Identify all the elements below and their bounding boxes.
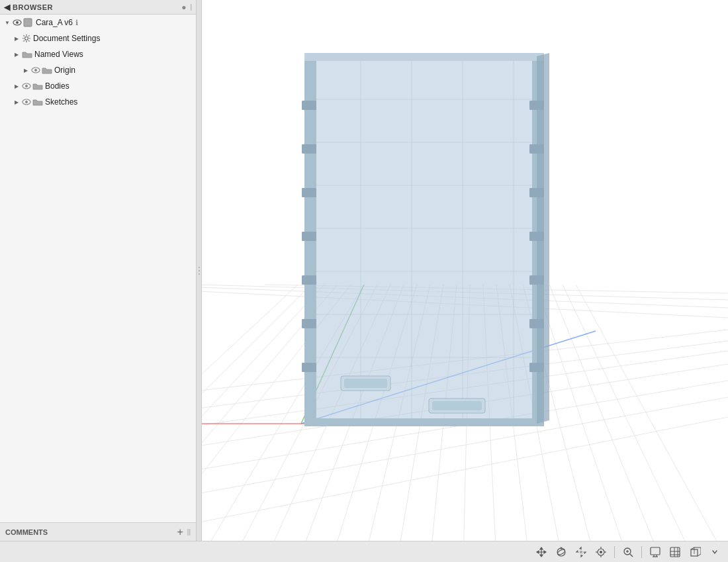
browser-header: ◀ BROWSER ● | xyxy=(0,0,196,15)
svg-point-88 xyxy=(561,547,563,549)
svg-rect-56 xyxy=(302,188,316,197)
toolbar-sep-2 xyxy=(641,546,642,558)
svg-rect-104 xyxy=(670,547,680,557)
sketches-expand[interactable]: ▶ xyxy=(12,97,21,107)
named-views-folder-icon xyxy=(21,50,33,58)
svg-point-85 xyxy=(199,273,200,275)
comments-label: COMMENTS xyxy=(5,528,177,536)
zoom-icon[interactable] xyxy=(620,544,636,560)
view-cube-icon[interactable] xyxy=(687,544,703,560)
svg-point-83 xyxy=(199,267,200,268)
tree-item-bodies[interactable]: ▶ Bodies xyxy=(0,78,196,94)
browser-title: BROWSER xyxy=(13,3,53,11)
bodies-folder-icon xyxy=(32,82,44,90)
svg-rect-100 xyxy=(651,547,660,555)
svg-rect-71 xyxy=(432,401,482,410)
svg-rect-65 xyxy=(529,275,544,285)
bodies-expand[interactable]: ▶ xyxy=(12,81,21,91)
tree-root-item[interactable]: ▼ Cara_A v6 ℹ xyxy=(0,15,196,30)
root-visibility-icon[interactable] xyxy=(12,19,23,26)
comments-add-button[interactable]: + xyxy=(177,526,183,538)
browser-collapse-icon[interactable]: ◀ xyxy=(4,3,10,12)
svg-line-15 xyxy=(549,285,662,562)
svg-rect-54 xyxy=(302,101,316,110)
svg-line-97 xyxy=(630,554,633,557)
origin-label: Origin xyxy=(54,66,75,75)
svg-rect-67 xyxy=(529,363,544,372)
svg-line-2 xyxy=(232,285,377,562)
svg-line-7 xyxy=(397,285,443,562)
svg-line-5 xyxy=(331,285,417,562)
origin-folder-icon xyxy=(41,66,53,74)
svg-rect-70 xyxy=(429,398,485,413)
pan-icon[interactable] xyxy=(573,544,589,560)
svg-line-32 xyxy=(199,285,728,300)
svg-line-4 xyxy=(298,285,404,562)
svg-rect-68 xyxy=(341,376,390,391)
left-panel: ◀ BROWSER ● | ▼ Cara_A v6 ℹ ▶ xyxy=(0,0,202,541)
toolbar-icons xyxy=(533,544,723,560)
svg-line-13 xyxy=(523,285,596,562)
root-item-label: Cara_A v6 xyxy=(36,18,73,27)
comments-panel: COMMENTS + || xyxy=(0,522,197,541)
tree-item-named-views[interactable]: ▶ Named Views xyxy=(0,46,196,62)
named-views-label: Named Views xyxy=(34,50,83,59)
bodies-visibility-icon[interactable] xyxy=(21,83,32,89)
svg-rect-89 xyxy=(580,551,582,553)
view-dropdown-chevron[interactable] xyxy=(707,544,723,560)
origin-expand[interactable]: ▶ xyxy=(21,66,30,75)
svg-line-14 xyxy=(536,285,629,562)
svg-marker-72 xyxy=(537,53,549,424)
root-expand-arrow[interactable]: ▼ xyxy=(3,18,12,27)
bottom-toolbar xyxy=(0,541,728,562)
doc-settings-label: Document Settings xyxy=(33,34,100,43)
browser-close-icon[interactable]: ● xyxy=(181,3,186,12)
tree-item-document-settings[interactable]: ▶ Document Settings xyxy=(0,30,196,46)
svg-line-31 xyxy=(132,285,728,308)
move-icon[interactable] xyxy=(533,544,549,560)
svg-line-9 xyxy=(463,285,470,562)
svg-rect-53 xyxy=(304,418,544,426)
tree-item-origin[interactable]: ▶ Origin xyxy=(0,62,196,78)
sketches-label: Sketches xyxy=(45,97,77,107)
root-info-icon[interactable]: ℹ xyxy=(75,19,78,27)
svg-rect-69 xyxy=(344,379,387,388)
origin-visibility-icon[interactable] xyxy=(30,67,41,73)
sketches-visibility-icon[interactable] xyxy=(21,99,32,105)
svg-point-74 xyxy=(16,21,19,24)
svg-marker-37 xyxy=(310,56,537,424)
named-views-expand[interactable]: ▶ xyxy=(12,50,21,59)
svg-rect-57 xyxy=(302,232,316,241)
orbit-icon[interactable] xyxy=(553,544,569,560)
svg-rect-58 xyxy=(302,275,316,285)
sketches-folder-icon xyxy=(32,98,44,106)
svg-line-3 xyxy=(265,285,390,562)
svg-line-10 xyxy=(483,285,496,562)
svg-line-1 xyxy=(199,285,364,562)
panel-drag-handle[interactable] xyxy=(197,0,202,541)
svg-rect-50 xyxy=(304,54,316,426)
svg-line-17 xyxy=(576,285,728,562)
svg-point-78 xyxy=(34,69,37,71)
look-icon[interactable] xyxy=(593,544,609,560)
svg-line-35 xyxy=(301,285,364,424)
svg-line-33 xyxy=(265,285,728,293)
svg-rect-62 xyxy=(529,144,544,154)
tree-item-sketches[interactable]: ▶ Sketches xyxy=(0,94,196,110)
display-icon[interactable] xyxy=(647,544,663,560)
svg-point-80 xyxy=(25,85,28,87)
browser-panel: ◀ BROWSER ● | ▼ Cara_A v6 ℹ ▶ xyxy=(0,0,197,541)
grid-icon[interactable] xyxy=(667,544,683,560)
root-doc-icon xyxy=(23,18,34,27)
svg-marker-49 xyxy=(310,53,543,56)
svg-point-91 xyxy=(600,551,602,553)
doc-settings-expand[interactable]: ▶ xyxy=(12,34,21,43)
svg-rect-55 xyxy=(302,144,316,154)
svg-point-76 xyxy=(25,37,28,40)
svg-line-12 xyxy=(510,285,563,562)
svg-rect-61 xyxy=(529,101,544,110)
svg-line-11 xyxy=(496,285,529,562)
svg-rect-63 xyxy=(529,188,544,197)
svg-line-36 xyxy=(301,331,596,424)
svg-rect-75 xyxy=(24,19,32,26)
